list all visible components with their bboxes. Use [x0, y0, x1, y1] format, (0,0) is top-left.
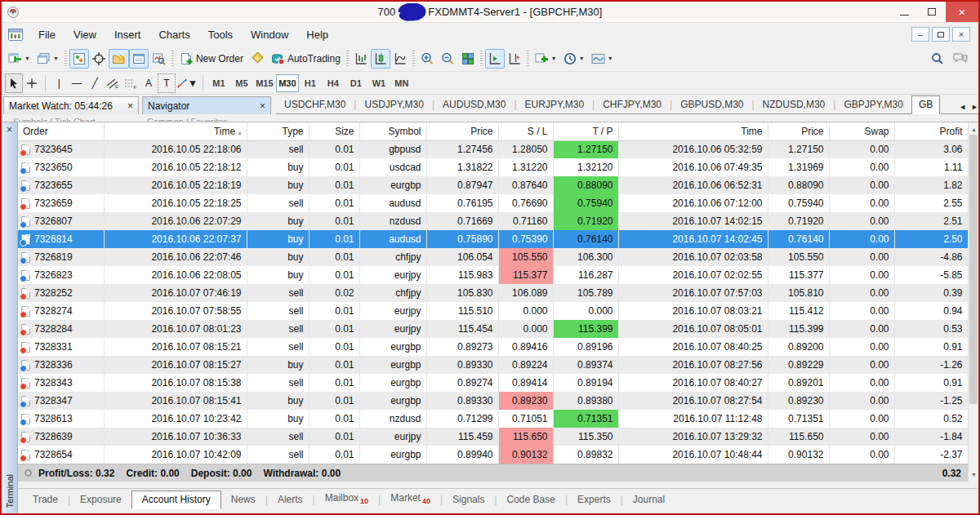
column-header-close-price[interactable]: Price: [768, 122, 829, 140]
terminal-tab[interactable]: Alerts: [268, 491, 313, 508]
profiles-button[interactable]: ▼: [33, 49, 62, 69]
history-row[interactable]: 7328613 2016.10.07 10:23:42 buy 0.01 nzd…: [18, 410, 968, 428]
periods-button[interactable]: ▼: [560, 49, 588, 69]
history-row[interactable]: 7328336 2016.10.07 08:15:27 buy 0.01 eur…: [18, 356, 968, 374]
tile-windows-button[interactable]: [458, 49, 478, 69]
mdi-close-button[interactable]: ×: [952, 27, 970, 42]
column-header-size[interactable]: Size: [309, 122, 359, 140]
cursor-tool-button[interactable]: [5, 73, 23, 93]
column-header-sl[interactable]: S / L: [498, 122, 553, 140]
candlestick-chart-button[interactable]: [371, 49, 390, 69]
history-row[interactable]: 7326807 2016.10.06 22:07:29 buy 0.01 nzd…: [18, 212, 968, 230]
new-chart-button[interactable]: ▼: [5, 49, 33, 69]
auto-scroll-button[interactable]: [485, 49, 505, 69]
vertical-scrollbar[interactable]: ▲ ▼: [968, 122, 978, 482]
history-row[interactable]: 7326814 2016.10.06 22:07:37 buy 0.01 aud…: [18, 230, 968, 248]
column-header-tp[interactable]: T / P: [553, 122, 618, 140]
text-tool-button[interactable]: A: [140, 73, 158, 93]
history-row[interactable]: 7328284 2016.10.07 08:01:23 sell 0.01 eu…: [18, 320, 968, 338]
chart-shift-button[interactable]: [505, 49, 524, 69]
window-maximize-button[interactable]: [918, 2, 946, 22]
column-header-type[interactable]: Type: [247, 122, 309, 140]
column-header-close-time[interactable]: Time: [618, 122, 768, 140]
crosshair-tool-button[interactable]: [23, 73, 41, 93]
column-header-open-price[interactable]: Price: [426, 122, 498, 140]
text-label-tool-button[interactable]: T: [158, 73, 176, 93]
history-row[interactable]: 7328331 2016.10.07 08:15:21 sell 0.01 eu…: [18, 338, 968, 356]
terminal-tab[interactable]: Mailbox10: [315, 490, 378, 508]
terminal-tab[interactable]: News: [221, 491, 265, 508]
zoom-out-button[interactable]: [438, 49, 458, 69]
column-header-swap[interactable]: Swap: [829, 122, 894, 140]
autotrading-button[interactable]: AutoTrading: [268, 49, 344, 69]
timeframe-button[interactable]: H1: [299, 74, 322, 92]
terminal-tab[interactable]: Exposure: [70, 491, 131, 508]
equidistant-channel-tool-button[interactable]: E: [104, 73, 122, 93]
menu-item[interactable]: Help: [297, 25, 337, 44]
window-close-button[interactable]: ×: [946, 2, 978, 22]
navigator-toggle-button[interactable]: [109, 49, 129, 69]
history-row[interactable]: 7323650 2016.10.05 22:18:12 buy 0.01 usd…: [18, 158, 968, 176]
horizontal-line-tool-button[interactable]: —: [68, 73, 86, 93]
bar-chart-button[interactable]: [351, 49, 371, 69]
menu-item[interactable]: Charts: [149, 25, 198, 44]
strategy-tester-button[interactable]: [149, 49, 169, 69]
menu-item[interactable]: File: [29, 25, 65, 44]
community-chat-icon[interactable]: [952, 52, 969, 64]
zoom-in-button[interactable]: [417, 49, 438, 69]
market-watch-panel-header[interactable]: Market Watch: 05:44:26 ×: [3, 96, 139, 114]
indicators-button[interactable]: ▼: [532, 49, 560, 69]
timeframe-button[interactable]: MN: [390, 74, 413, 92]
timeframe-button[interactable]: H4: [322, 74, 345, 92]
menu-item[interactable]: Window: [242, 25, 297, 44]
menu-item[interactable]: View: [65, 25, 105, 44]
timeframe-button[interactable]: M30: [276, 74, 299, 92]
terminal-tab[interactable]: Trade: [23, 491, 68, 508]
scroll-up-icon[interactable]: ▲: [969, 124, 979, 135]
column-header-symbol[interactable]: Symbol: [359, 122, 426, 140]
column-header-open-time[interactable]: Time ▴: [104, 122, 247, 140]
history-row[interactable]: 7326823 2016.10.06 22:08:05 buy 0.01 eur…: [18, 266, 968, 284]
chart-tab[interactable]: USDJPY,M30: [356, 96, 431, 113]
chart-tab[interactable]: EURJPY,M30: [517, 96, 592, 113]
market-watch-toggle-button[interactable]: [69, 49, 89, 69]
data-window-button[interactable]: [89, 49, 109, 69]
arrows-tool-button[interactable]: ▼: [176, 73, 198, 93]
history-row[interactable]: 7323655 2016.10.05 22:18:19 buy 0.01 eur…: [18, 176, 968, 194]
history-row[interactable]: 7326819 2016.10.06 22:07:46 buy 0.01 chf…: [18, 248, 968, 266]
column-header-order[interactable]: Order: [18, 122, 104, 140]
search-icon[interactable]: [931, 52, 944, 65]
mdi-minimize-button[interactable]: –: [911, 27, 929, 42]
timeframe-button[interactable]: M15: [253, 74, 276, 92]
scroll-tabs-right-icon[interactable]: ►: [971, 103, 978, 111]
chart-tab[interactable]: AUDUSD,M30: [434, 96, 514, 113]
terminal-tab[interactable]: Journal: [623, 491, 675, 508]
templates-button[interactable]: ▼: [588, 49, 617, 69]
history-row[interactable]: 7328347 2016.10.07 08:15:41 buy 0.01 eur…: [18, 392, 968, 410]
column-header-profit[interactable]: Profit: [894, 122, 968, 140]
chart-tab[interactable]: GB: [911, 95, 940, 114]
scrollbar-thumb[interactable]: [969, 135, 978, 404]
fibonacci-tool-button[interactable]: F: [122, 73, 140, 93]
timeframe-button[interactable]: M1: [207, 74, 230, 92]
mdi-restore-button[interactable]: [932, 27, 950, 42]
vertical-line-tool-button[interactable]: ❘: [50, 73, 68, 93]
navigator-close-icon[interactable]: ×: [255, 100, 265, 112]
terminal-tab[interactable]: Code Base: [497, 491, 565, 508]
terminal-tab[interactable]: Account History: [131, 491, 221, 509]
chart-tab[interactable]: CHFJPY,M30: [595, 96, 670, 113]
terminal-close-button[interactable]: ×: [7, 122, 12, 135]
menu-item[interactable]: Tools: [199, 25, 242, 44]
history-row[interactable]: 7323659 2016.10.05 22:18:25 sell 0.01 au…: [18, 194, 968, 212]
terminal-tab[interactable]: Signals: [443, 491, 494, 508]
scroll-tabs-left-icon[interactable]: ◄: [959, 103, 966, 111]
navigator-panel-header[interactable]: Navigator ×: [142, 96, 271, 114]
terminal-tab[interactable]: Experts: [568, 491, 621, 508]
timeframe-button[interactable]: W1: [368, 74, 390, 92]
timeframe-button[interactable]: M5: [230, 74, 253, 92]
market-watch-close-icon[interactable]: ×: [122, 100, 133, 112]
window-minimize-button[interactable]: [890, 2, 918, 22]
trendline-tool-button[interactable]: ╱: [86, 73, 104, 93]
new-order-button[interactable]: New Order: [176, 49, 247, 69]
timeframe-button[interactable]: D1: [345, 74, 368, 92]
